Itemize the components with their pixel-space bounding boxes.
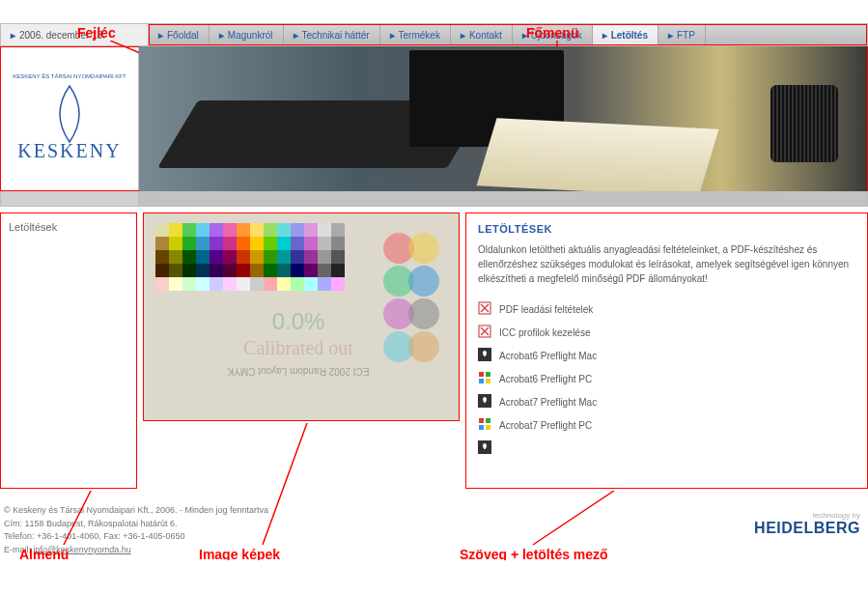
download-list: PDF leadási feltételekICC profilok kezel… bbox=[478, 298, 855, 460]
download-item[interactable]: PDF leadási feltételek bbox=[478, 298, 855, 321]
svg-text:0.0%: 0.0% bbox=[272, 308, 325, 334]
download-item[interactable]: Acrobat6 Preflight Mac bbox=[478, 344, 855, 367]
menu-label: Magunkról bbox=[228, 30, 273, 41]
svg-point-5 bbox=[408, 233, 439, 264]
svg-line-30 bbox=[533, 491, 614, 545]
chevron-right-icon: ▸ bbox=[11, 30, 15, 41]
svg-rect-24 bbox=[486, 418, 490, 423]
annotation-almenu: Almenü bbox=[19, 547, 69, 560]
download-item[interactable]: Acrobat6 Preflight PC bbox=[478, 367, 855, 390]
pdf-icon bbox=[478, 301, 491, 317]
chevron-right-icon: ▸ bbox=[602, 30, 607, 41]
body-row: Letöltések 0.0% Calibrated out ECI 2002 … bbox=[0, 212, 868, 489]
svg-point-7 bbox=[408, 266, 439, 297]
win-icon bbox=[478, 417, 491, 433]
svg-text:KESKENY: KESKENY bbox=[17, 140, 121, 161]
menu-label: Főoldal bbox=[167, 30, 199, 41]
chevron-right-icon: ▸ bbox=[219, 30, 224, 41]
menu-item-magunkr-l[interactable]: ▸Magunkról bbox=[210, 24, 284, 45]
svg-line-28 bbox=[64, 491, 91, 545]
menu-label: Letöltés bbox=[611, 30, 648, 41]
footer: © Keskeny és Társai Nyomdaipari Kft., 20… bbox=[0, 498, 868, 556]
download-item[interactable]: Acrobat7 Preflight PC bbox=[478, 413, 855, 437]
menu-label: Termékek bbox=[399, 30, 440, 41]
svg-rect-23 bbox=[479, 418, 484, 423]
submenu-title: Letöltések bbox=[9, 221, 57, 233]
menu-label: FTP bbox=[677, 30, 695, 41]
menu-item-ftp[interactable]: ▸FTP bbox=[658, 24, 706, 45]
chevron-right-icon: ▸ bbox=[461, 30, 465, 41]
logo-cell: KESKENY ÉS TÁRSAI NYOMDAIPARI KFT KESKEN… bbox=[1, 46, 139, 191]
menu-item-let-lt-s[interactable]: ▸Letöltés bbox=[593, 24, 658, 45]
svg-rect-18 bbox=[479, 372, 484, 377]
pen-holder-graphic bbox=[770, 85, 838, 162]
footer-copyright: © Keskeny és Társai Nyomdaipari Kft., 20… bbox=[4, 504, 868, 518]
menu-item-technikai-h-tt-r[interactable]: ▸Technikai háttér bbox=[284, 24, 380, 45]
footer-address: Cím: 1158 Budapest, Rákospalotai határút… bbox=[4, 518, 868, 531]
chevron-right-icon: ▸ bbox=[390, 30, 395, 41]
svg-text:Calibrated out: Calibrated out bbox=[243, 337, 353, 358]
main-menu: ▸Főoldal▸Magunkról▸Technikai háttér▸Term… bbox=[149, 24, 867, 45]
pdf-icon bbox=[478, 325, 491, 340]
chevron-right-icon: ▸ bbox=[294, 30, 298, 41]
header-row: KESKENY ÉS TÁRSAI NYOMDAIPARI KFT KESKEN… bbox=[0, 46, 868, 191]
content-panel: LETÖLTÉSEK Oldalunkon letöltheti aktuáli… bbox=[465, 212, 868, 489]
menu-label: Kontakt bbox=[469, 30, 502, 41]
annotation-image-kepek: Image képek bbox=[199, 547, 280, 560]
svg-rect-20 bbox=[479, 379, 484, 383]
mac-icon bbox=[478, 394, 491, 410]
svg-rect-21 bbox=[486, 379, 490, 383]
svg-text:KESKENY ÉS TÁRSAI NYOMDAIPARI : KESKENY ÉS TÁRSAI NYOMDAIPARI KFT bbox=[13, 73, 126, 79]
mac-icon bbox=[478, 440, 491, 456]
svg-rect-19 bbox=[486, 372, 490, 377]
calibration-overlay: 0.0% Calibrated out ECI 2002 Random Layo… bbox=[144, 213, 460, 421]
download-label: Acrobat6 Preflight PC bbox=[499, 374, 592, 384]
footer-phone: Telefon: +36-1-401-4060, Fax: +36-1-405-… bbox=[4, 530, 868, 544]
keskeny-logo: KESKENY ÉS TÁRSAI NYOMDAIPARI KFT KESKEN… bbox=[12, 61, 127, 177]
footer-email: E-mail: info@keskenynyomda.hu bbox=[4, 544, 868, 557]
svg-point-9 bbox=[408, 298, 439, 329]
download-item[interactable] bbox=[478, 437, 855, 460]
download-label: Acrobat7 Preflight Mac bbox=[499, 397, 597, 408]
menu-item-term-kek[interactable]: ▸Termékek bbox=[380, 24, 451, 45]
sub-strip bbox=[0, 191, 868, 207]
mac-icon bbox=[478, 348, 491, 363]
svg-rect-26 bbox=[486, 425, 490, 430]
chevron-right-icon: ▸ bbox=[668, 30, 673, 41]
technology-by: technology by HEIDELBERG bbox=[754, 511, 860, 537]
annotation-szoveg: Szöveg + letöltés mező bbox=[460, 547, 608, 560]
menu-label: Technikai háttér bbox=[302, 30, 370, 41]
content-intro: Oldalunkon letöltheti aktuális anyaglead… bbox=[478, 242, 855, 286]
svg-point-11 bbox=[408, 331, 439, 362]
download-label: Acrobat7 Preflight PC bbox=[499, 420, 592, 431]
svg-rect-25 bbox=[479, 425, 484, 430]
menu-item-kontakt[interactable]: ▸Kontakt bbox=[451, 24, 513, 45]
annotation-fejlec: Fejléc bbox=[77, 25, 116, 41]
download-item[interactable]: Acrobat7 Preflight Mac bbox=[478, 390, 855, 413]
svg-line-29 bbox=[263, 423, 307, 545]
annotation-fomenu: Főmenü bbox=[526, 25, 578, 41]
image-box: 0.0% Calibrated out ECI 2002 Random Layo… bbox=[143, 212, 460, 421]
download-label: Acrobat6 Preflight Mac bbox=[499, 351, 597, 361]
chevron-right-icon: ▸ bbox=[158, 30, 163, 41]
paper-box-graphic bbox=[477, 118, 719, 191]
content-title: LETÖLTÉSEK bbox=[478, 223, 855, 235]
win-icon bbox=[478, 371, 491, 386]
download-label: PDF leadási feltételek bbox=[499, 304, 593, 315]
submenu-panel: Letöltések bbox=[0, 212, 137, 489]
download-item[interactable]: ICC profilok kezelése bbox=[478, 321, 855, 344]
svg-text:ECI 2002 Random Layout CMYK: ECI 2002 Random Layout CMYK bbox=[227, 366, 369, 377]
hero-banner bbox=[139, 46, 867, 191]
download-label: ICC profilok kezelése bbox=[499, 327, 590, 338]
